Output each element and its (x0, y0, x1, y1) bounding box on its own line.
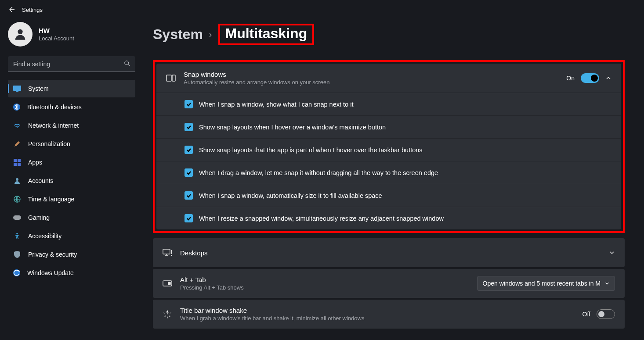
chevron-right-icon: › (209, 29, 212, 39)
shield-icon (13, 251, 21, 258)
snap-subtitle: Automatically resize and arrange windows… (184, 79, 558, 86)
svg-rect-13 (172, 75, 175, 81)
user-block[interactable]: HW Local Account (8, 18, 135, 56)
shake-toggle-state: Off (582, 311, 590, 318)
snap-title: Snap windows (184, 71, 558, 78)
svg-point-0 (18, 29, 22, 34)
svg-rect-16 (168, 282, 170, 285)
back-button[interactable] (8, 6, 15, 13)
sidebar: HW Local Account System Bluetooth & devi… (0, 18, 141, 338)
svg-rect-14 (163, 249, 170, 254)
nav-item-system[interactable]: System (8, 80, 135, 97)
nav-label: Network & internet (28, 122, 79, 129)
nav-item-time[interactable]: Time & language (8, 190, 135, 208)
nav-label: Windows Update (27, 269, 74, 276)
checkbox[interactable] (185, 168, 193, 177)
checkbox[interactable] (185, 214, 193, 222)
checkbox[interactable] (185, 123, 193, 131)
system-icon (13, 85, 21, 93)
nav-label: Gaming (28, 214, 50, 221)
desktops-icon (163, 248, 172, 258)
nav-item-apps[interactable]: Apps (8, 154, 135, 171)
nav-item-gaming[interactable]: Gaming (8, 209, 135, 226)
person-icon (13, 177, 21, 185)
svg-rect-5 (18, 159, 21, 162)
snap-option-label: When I snap a window, show what I can sn… (199, 101, 353, 108)
wifi-icon (13, 122, 21, 129)
svg-rect-7 (18, 163, 21, 166)
user-account-type: Local Account (39, 35, 74, 42)
nav-item-accounts[interactable]: Accounts (8, 172, 135, 190)
apps-icon (13, 158, 21, 166)
nav-item-privacy[interactable]: Privacy & security (8, 246, 135, 263)
checkbox[interactable] (185, 100, 193, 108)
nav-list: System Bluetooth & devices Network & int… (8, 80, 135, 282)
nav-item-personalization[interactable]: Personalization (8, 135, 135, 153)
gamepad-icon (13, 214, 21, 222)
alttab-title: Alt + Tab (180, 276, 469, 283)
snap-option-row: When I drag a window, let me snap it wit… (156, 161, 621, 184)
chevron-down-icon[interactable] (609, 250, 615, 256)
snap-toggle[interactable] (581, 73, 599, 83)
search-input[interactable] (8, 56, 135, 72)
nav-label: Accessibility (28, 233, 62, 240)
svg-rect-12 (166, 75, 171, 81)
snap-option-row: When I resize a snapped window, simultan… (156, 207, 621, 229)
alttab-icon (163, 279, 172, 288)
snap-option-label: When I resize a snapped window, simultan… (199, 215, 444, 222)
svg-point-11 (16, 233, 18, 235)
alttab-card: Alt + Tab Pressing Alt + Tab shows Open … (153, 269, 625, 298)
breadcrumb-current-highlight: Multitasking (218, 24, 315, 45)
snap-card: Snap windows Automatically resize and ar… (156, 64, 621, 229)
chevron-up-icon[interactable] (605, 75, 611, 81)
desktops-title: Desktops (180, 249, 601, 257)
svg-rect-6 (14, 163, 17, 166)
nav-label: Time & language (28, 196, 74, 203)
snap-toggle-state: On (566, 75, 575, 82)
snap-option-label: When I snap a window, automatically size… (199, 192, 382, 199)
shake-card: Title bar window shake When I grab a win… (153, 300, 625, 329)
app-title: Settings (22, 7, 43, 13)
chevron-down-icon (605, 280, 609, 287)
snap-option-row: When I snap a window, show what I can sn… (156, 93, 621, 115)
snap-section-highlight: Snap windows Automatically resize and ar… (153, 60, 625, 233)
nav-item-accessibility[interactable]: Accessibility (8, 227, 135, 245)
main-content: System › Multitasking Snap windows Autom… (141, 18, 644, 338)
nav-label: Personalization (28, 140, 70, 147)
checkbox[interactable] (185, 191, 193, 200)
alttab-subtitle: Pressing Alt + Tab shows (180, 284, 469, 291)
snap-option-row: Show snap layouts when I hover over a wi… (156, 115, 621, 138)
checkbox[interactable] (185, 146, 193, 154)
nav-label: Accounts (28, 177, 54, 184)
snap-windows-icon (166, 73, 176, 83)
alttab-dropdown-value: Open windows and 5 most recent tabs in M (483, 280, 601, 287)
desktops-card[interactable]: Desktops (153, 238, 625, 267)
avatar (8, 22, 33, 47)
search-container (8, 56, 135, 72)
snap-option-row: When I snap a window, automatically size… (156, 184, 621, 207)
breadcrumb: System › Multitasking (153, 24, 625, 45)
snap-option-row: Show snap layouts that the app is part o… (156, 138, 621, 161)
svg-point-8 (16, 178, 18, 181)
shake-subtitle: When I grab a window's title bar and sha… (180, 315, 575, 322)
snap-header-row[interactable]: Snap windows Automatically resize and ar… (156, 64, 621, 93)
snap-option-label: Show snap layouts that the app is part o… (199, 147, 423, 154)
snap-option-label: When I drag a window, let me snap it wit… (199, 169, 438, 176)
alttab-dropdown[interactable]: Open windows and 5 most recent tabs in M (477, 276, 615, 291)
snap-options-list: When I snap a window, show what I can sn… (156, 93, 621, 229)
accessibility-icon (13, 232, 21, 240)
snap-option-label: Show snap layouts when I hover over a wi… (199, 124, 386, 131)
shake-icon (163, 309, 172, 319)
breadcrumb-parent[interactable]: System (153, 26, 203, 43)
nav-label: Privacy & security (28, 251, 77, 258)
svg-rect-10 (13, 215, 21, 220)
svg-rect-3 (16, 91, 18, 92)
nav-item-bluetooth[interactable]: Bluetooth & devices (8, 98, 135, 116)
nav-label: System (28, 85, 49, 92)
nav-item-update[interactable]: Windows Update (8, 264, 135, 282)
svg-rect-4 (14, 159, 17, 162)
bluetooth-icon (13, 104, 20, 111)
shake-toggle[interactable] (597, 309, 615, 319)
nav-label: Bluetooth & devices (27, 104, 82, 111)
nav-item-network[interactable]: Network & internet (8, 117, 135, 134)
